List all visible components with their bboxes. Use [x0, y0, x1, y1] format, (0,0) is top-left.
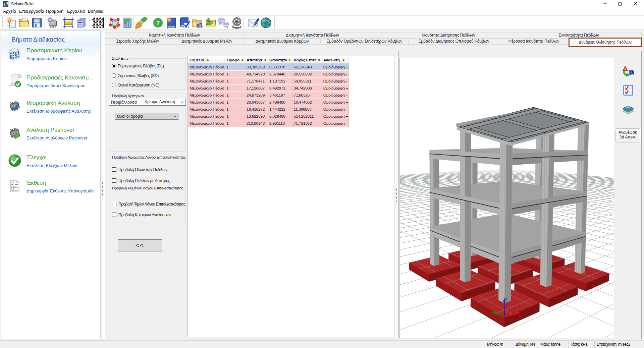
svg-text:z: z	[506, 297, 508, 301]
svg-text:?: ?	[156, 20, 160, 26]
svg-text:x: x	[519, 313, 521, 317]
